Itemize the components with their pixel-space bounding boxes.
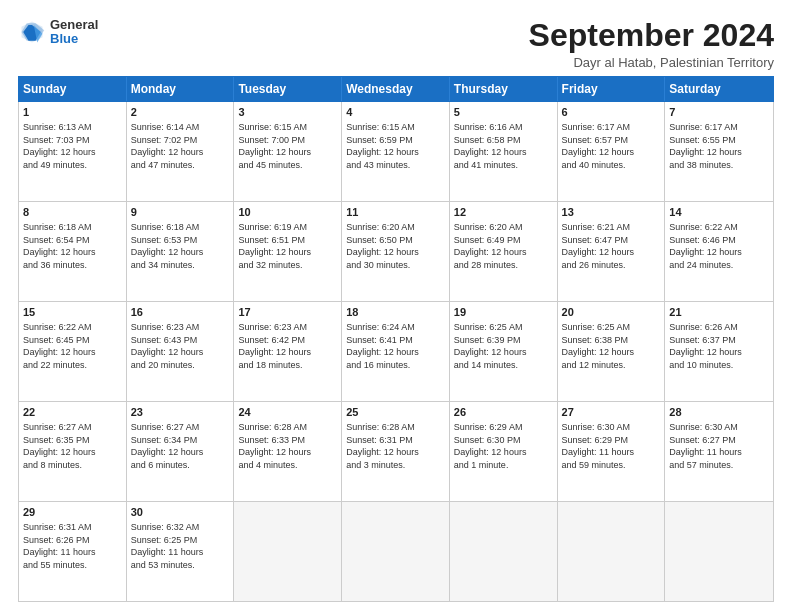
day-number: 19 [454, 305, 553, 320]
calendar-cell: 8Sunrise: 6:18 AM Sunset: 6:54 PM Daylig… [19, 202, 127, 301]
title-block: September 2024 Dayr al Hatab, Palestinia… [529, 18, 774, 70]
day-info: Sunrise: 6:13 AM Sunset: 7:03 PM Dayligh… [23, 121, 122, 171]
calendar-cell: 5Sunrise: 6:16 AM Sunset: 6:58 PM Daylig… [450, 102, 558, 201]
calendar-cell: 18Sunrise: 6:24 AM Sunset: 6:41 PM Dayli… [342, 302, 450, 401]
header-thursday: Thursday [450, 77, 558, 101]
day-number: 28 [669, 405, 769, 420]
header-monday: Monday [127, 77, 235, 101]
day-number: 18 [346, 305, 445, 320]
day-info: Sunrise: 6:25 AM Sunset: 6:39 PM Dayligh… [454, 321, 553, 371]
header-sunday: Sunday [19, 77, 127, 101]
header-friday: Friday [558, 77, 666, 101]
week-4: 22Sunrise: 6:27 AM Sunset: 6:35 PM Dayli… [19, 402, 773, 502]
day-info: Sunrise: 6:18 AM Sunset: 6:53 PM Dayligh… [131, 221, 230, 271]
day-number: 9 [131, 205, 230, 220]
calendar-cell: 28Sunrise: 6:30 AM Sunset: 6:27 PM Dayli… [665, 402, 773, 501]
day-info: Sunrise: 6:22 AM Sunset: 6:46 PM Dayligh… [669, 221, 769, 271]
calendar-cell: 30Sunrise: 6:32 AM Sunset: 6:25 PM Dayli… [127, 502, 235, 601]
day-number: 27 [562, 405, 661, 420]
day-info: Sunrise: 6:31 AM Sunset: 6:26 PM Dayligh… [23, 521, 122, 571]
day-number: 30 [131, 505, 230, 520]
day-info: Sunrise: 6:24 AM Sunset: 6:41 PM Dayligh… [346, 321, 445, 371]
calendar-cell: 29Sunrise: 6:31 AM Sunset: 6:26 PM Dayli… [19, 502, 127, 601]
day-info: Sunrise: 6:29 AM Sunset: 6:30 PM Dayligh… [454, 421, 553, 471]
header-wednesday: Wednesday [342, 77, 450, 101]
day-number: 6 [562, 105, 661, 120]
day-info: Sunrise: 6:19 AM Sunset: 6:51 PM Dayligh… [238, 221, 337, 271]
calendar-cell: 20Sunrise: 6:25 AM Sunset: 6:38 PM Dayli… [558, 302, 666, 401]
logo-general: General [50, 18, 98, 32]
day-number: 24 [238, 405, 337, 420]
calendar-cell: 3Sunrise: 6:15 AM Sunset: 7:00 PM Daylig… [234, 102, 342, 201]
day-info: Sunrise: 6:14 AM Sunset: 7:02 PM Dayligh… [131, 121, 230, 171]
logo: General Blue [18, 18, 98, 47]
day-info: Sunrise: 6:26 AM Sunset: 6:37 PM Dayligh… [669, 321, 769, 371]
calendar-body: 1Sunrise: 6:13 AM Sunset: 7:03 PM Daylig… [18, 102, 774, 602]
calendar-cell: 19Sunrise: 6:25 AM Sunset: 6:39 PM Dayli… [450, 302, 558, 401]
day-number: 5 [454, 105, 553, 120]
calendar: Sunday Monday Tuesday Wednesday Thursday… [18, 76, 774, 602]
calendar-cell: 6Sunrise: 6:17 AM Sunset: 6:57 PM Daylig… [558, 102, 666, 201]
calendar-cell: 26Sunrise: 6:29 AM Sunset: 6:30 PM Dayli… [450, 402, 558, 501]
day-number: 7 [669, 105, 769, 120]
calendar-cell: 13Sunrise: 6:21 AM Sunset: 6:47 PM Dayli… [558, 202, 666, 301]
calendar-cell: 21Sunrise: 6:26 AM Sunset: 6:37 PM Dayli… [665, 302, 773, 401]
day-number: 2 [131, 105, 230, 120]
location-subtitle: Dayr al Hatab, Palestinian Territory [529, 55, 774, 70]
month-title: September 2024 [529, 18, 774, 53]
day-info: Sunrise: 6:30 AM Sunset: 6:27 PM Dayligh… [669, 421, 769, 471]
day-number: 1 [23, 105, 122, 120]
logo-text: General Blue [50, 18, 98, 47]
week-2: 8Sunrise: 6:18 AM Sunset: 6:54 PM Daylig… [19, 202, 773, 302]
calendar-cell: 22Sunrise: 6:27 AM Sunset: 6:35 PM Dayli… [19, 402, 127, 501]
day-number: 13 [562, 205, 661, 220]
calendar-cell: 4Sunrise: 6:15 AM Sunset: 6:59 PM Daylig… [342, 102, 450, 201]
calendar-cell [234, 502, 342, 601]
calendar-cell: 1Sunrise: 6:13 AM Sunset: 7:03 PM Daylig… [19, 102, 127, 201]
day-number: 22 [23, 405, 122, 420]
day-number: 4 [346, 105, 445, 120]
calendar-cell: 7Sunrise: 6:17 AM Sunset: 6:55 PM Daylig… [665, 102, 773, 201]
calendar-cell [665, 502, 773, 601]
day-number: 16 [131, 305, 230, 320]
day-info: Sunrise: 6:21 AM Sunset: 6:47 PM Dayligh… [562, 221, 661, 271]
day-info: Sunrise: 6:15 AM Sunset: 6:59 PM Dayligh… [346, 121, 445, 171]
day-info: Sunrise: 6:23 AM Sunset: 6:42 PM Dayligh… [238, 321, 337, 371]
day-info: Sunrise: 6:15 AM Sunset: 7:00 PM Dayligh… [238, 121, 337, 171]
calendar-cell: 2Sunrise: 6:14 AM Sunset: 7:02 PM Daylig… [127, 102, 235, 201]
day-number: 10 [238, 205, 337, 220]
day-info: Sunrise: 6:20 AM Sunset: 6:50 PM Dayligh… [346, 221, 445, 271]
day-number: 12 [454, 205, 553, 220]
logo-blue: Blue [50, 32, 98, 46]
day-number: 15 [23, 305, 122, 320]
day-number: 26 [454, 405, 553, 420]
day-number: 29 [23, 505, 122, 520]
calendar-cell: 10Sunrise: 6:19 AM Sunset: 6:51 PM Dayli… [234, 202, 342, 301]
day-info: Sunrise: 6:23 AM Sunset: 6:43 PM Dayligh… [131, 321, 230, 371]
calendar-cell: 24Sunrise: 6:28 AM Sunset: 6:33 PM Dayli… [234, 402, 342, 501]
calendar-cell: 14Sunrise: 6:22 AM Sunset: 6:46 PM Dayli… [665, 202, 773, 301]
calendar-cell [450, 502, 558, 601]
calendar-header-wrapper: Sunday Monday Tuesday Wednesday Thursday… [18, 76, 774, 102]
calendar-cell [558, 502, 666, 601]
calendar-header-row: Sunday Monday Tuesday Wednesday Thursday… [19, 77, 773, 101]
calendar-cell: 17Sunrise: 6:23 AM Sunset: 6:42 PM Dayli… [234, 302, 342, 401]
calendar-cell: 15Sunrise: 6:22 AM Sunset: 6:45 PM Dayli… [19, 302, 127, 401]
calendar-cell: 9Sunrise: 6:18 AM Sunset: 6:53 PM Daylig… [127, 202, 235, 301]
day-info: Sunrise: 6:16 AM Sunset: 6:58 PM Dayligh… [454, 121, 553, 171]
day-info: Sunrise: 6:28 AM Sunset: 6:31 PM Dayligh… [346, 421, 445, 471]
week-1: 1Sunrise: 6:13 AM Sunset: 7:03 PM Daylig… [19, 102, 773, 202]
day-info: Sunrise: 6:25 AM Sunset: 6:38 PM Dayligh… [562, 321, 661, 371]
day-info: Sunrise: 6:17 AM Sunset: 6:57 PM Dayligh… [562, 121, 661, 171]
day-number: 25 [346, 405, 445, 420]
day-number: 14 [669, 205, 769, 220]
week-5: 29Sunrise: 6:31 AM Sunset: 6:26 PM Dayli… [19, 502, 773, 601]
calendar-cell: 23Sunrise: 6:27 AM Sunset: 6:34 PM Dayli… [127, 402, 235, 501]
day-info: Sunrise: 6:17 AM Sunset: 6:55 PM Dayligh… [669, 121, 769, 171]
day-info: Sunrise: 6:28 AM Sunset: 6:33 PM Dayligh… [238, 421, 337, 471]
day-number: 8 [23, 205, 122, 220]
day-info: Sunrise: 6:18 AM Sunset: 6:54 PM Dayligh… [23, 221, 122, 271]
day-info: Sunrise: 6:27 AM Sunset: 6:34 PM Dayligh… [131, 421, 230, 471]
logo-icon [18, 18, 46, 46]
calendar-cell: 27Sunrise: 6:30 AM Sunset: 6:29 PM Dayli… [558, 402, 666, 501]
